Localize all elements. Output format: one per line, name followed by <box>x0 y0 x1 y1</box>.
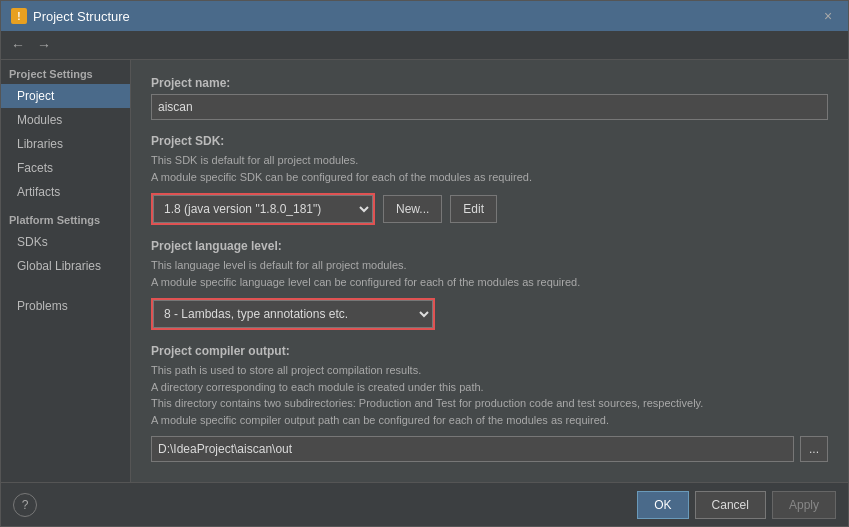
project-structure-dialog: ! Project Structure × ← → Project Settin… <box>0 0 849 527</box>
content-area: Project name: Project SDK: This SDK is d… <box>131 60 848 482</box>
sidebar: Project Settings Project Modules Librari… <box>1 60 131 482</box>
sdk-select-wrapper: 1.8 (java version "1.8.0_181") <box>151 193 375 225</box>
forward-button[interactable]: → <box>33 35 55 55</box>
sidebar-item-project[interactable]: Project <box>1 84 130 108</box>
project-name-label: Project name: <box>151 76 828 90</box>
back-button[interactable]: ← <box>7 35 29 55</box>
sidebar-item-libraries[interactable]: Libraries <box>1 132 130 156</box>
footer-buttons: OK Cancel Apply <box>637 491 836 519</box>
dialog-title: Project Structure <box>33 9 130 24</box>
sidebar-item-problems[interactable]: Problems <box>1 294 130 318</box>
title-bar: ! Project Structure × <box>1 1 848 31</box>
sidebar-item-modules[interactable]: Modules <box>1 108 130 132</box>
toolbar: ← → <box>1 31 848 60</box>
sidebar-item-global-libraries[interactable]: Global Libraries <box>1 254 130 278</box>
project-compiler-output-desc: This path is used to store all project c… <box>151 362 828 428</box>
platform-settings-label: Platform Settings <box>1 204 130 230</box>
footer: ? OK Cancel Apply <box>1 482 848 526</box>
lang-select-wrapper: 8 - Lambdas, type annotations etc. <box>151 298 435 330</box>
ok-button[interactable]: OK <box>637 491 688 519</box>
sidebar-item-sdks[interactable]: SDKs <box>1 230 130 254</box>
language-level-select[interactable]: 8 - Lambdas, type annotations etc. <box>153 300 433 328</box>
output-path-input[interactable] <box>151 436 794 462</box>
close-button[interactable]: × <box>818 6 838 26</box>
sdk-select[interactable]: 1.8 (java version "1.8.0_181") <box>153 195 373 223</box>
sdk-edit-button[interactable]: Edit <box>450 195 497 223</box>
output-row: ... <box>151 436 828 462</box>
sidebar-item-facets[interactable]: Facets <box>1 156 130 180</box>
project-settings-label: Project Settings <box>1 60 130 84</box>
project-language-level-label: Project language level: <box>151 239 828 253</box>
title-bar-left: ! Project Structure <box>11 8 130 24</box>
browse-button[interactable]: ... <box>800 436 828 462</box>
sdk-new-button[interactable]: New... <box>383 195 442 223</box>
cancel-button[interactable]: Cancel <box>695 491 766 519</box>
sidebar-item-artifacts[interactable]: Artifacts <box>1 180 130 204</box>
project-compiler-output-label: Project compiler output: <box>151 344 828 358</box>
project-language-level-desc: This language level is default for all p… <box>151 257 828 290</box>
help-button[interactable]: ? <box>13 493 37 517</box>
sdk-row: 1.8 (java version "1.8.0_181") New... Ed… <box>151 193 828 225</box>
project-sdk-desc: This SDK is default for all project modu… <box>151 152 828 185</box>
project-name-input[interactable] <box>151 94 828 120</box>
main-content: Project Settings Project Modules Librari… <box>1 60 848 482</box>
apply-button[interactable]: Apply <box>772 491 836 519</box>
app-icon: ! <box>11 8 27 24</box>
project-sdk-label: Project SDK: <box>151 134 828 148</box>
